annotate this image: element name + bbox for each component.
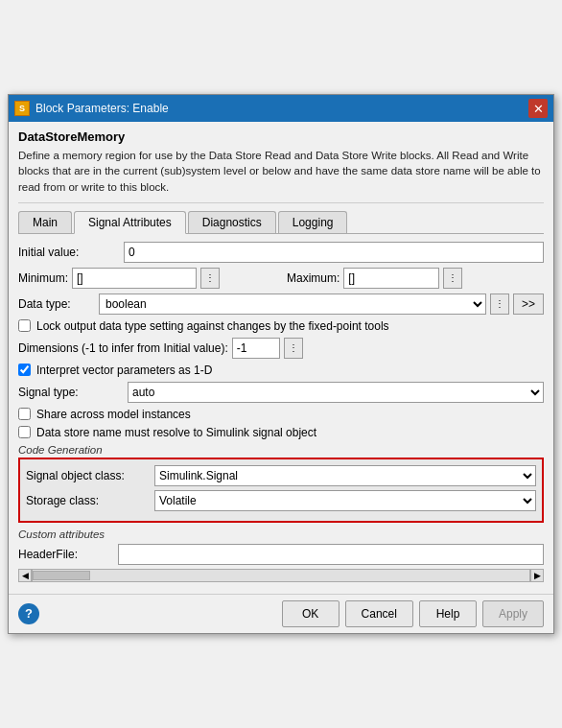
scroll-left-button[interactable]: ◀ [18,569,32,582]
data-store-name-checkbox[interactable] [18,426,31,438]
storage-class-label: Storage class: [26,494,151,507]
header-file-input[interactable] [118,544,544,565]
min-max-row: Minimum: ⋮ Maximum: ⋮ [18,268,544,289]
maximum-label: Maximum: [287,271,340,285]
tab-logging[interactable]: Logging [278,211,348,233]
signal-type-select[interactable]: auto real complex [128,382,544,403]
scrollbar-thumb [33,571,90,580]
tab-diagnostics[interactable]: Diagnostics [188,211,276,233]
scroll-right-button[interactable]: ▶ [530,569,544,582]
block-type: DataStoreMemory [18,129,544,144]
horizontal-scrollbar[interactable] [32,569,530,582]
bottom-buttons: OK Cancel Help Apply [282,600,544,627]
data-type-row: Data type: boolean double single int8 ui… [18,294,544,315]
storage-class-row: Storage class: Volatile Auto Default Exp… [26,490,536,511]
min-section: Minimum: ⋮ [18,268,275,289]
dimensions-row: Dimensions (-1 to infer from Initial val… [18,338,544,359]
share-across-label: Share across model instances [36,408,191,421]
dimensions-label: Dimensions (-1 to infer from Initial val… [18,341,228,355]
apply-button[interactable]: Apply [482,600,544,627]
maximum-options-button[interactable]: ⋮ [443,268,462,289]
initial-value-input[interactable] [124,242,544,263]
signal-object-class-label: Signal object class: [26,469,151,482]
tab-main[interactable]: Main [18,211,72,233]
minimum-options-button[interactable]: ⋮ [200,268,220,289]
header-file-label: HeaderFile: [18,548,114,561]
dimensions-input[interactable] [232,338,280,359]
help-button[interactable]: Help [419,600,477,627]
main-content: DataStoreMemory Define a memory region f… [9,122,553,593]
tabs-bar: Main Signal Attributes Diagnostics Loggi… [18,211,544,234]
data-store-name-row: Data store name must resolve to Simulink… [18,426,544,439]
data-type-label: Data type: [18,297,95,311]
title-bar: S Block Parameters: Enable ✕ [9,95,553,122]
window-title: Block Parameters: Enable [35,102,169,115]
code-gen-header: Code Generation [18,444,544,456]
lock-output-checkbox[interactable] [18,319,31,332]
help-icon[interactable]: ? [18,603,39,624]
header-file-row: HeaderFile: [18,544,544,565]
initial-value-label: Initial value: [18,246,124,259]
cancel-button[interactable]: Cancel [345,600,413,627]
custom-attributes-title: Custom attributes [18,528,544,540]
interpret-vector-label: Interpret vector parameters as 1-D [36,364,212,377]
main-window: S Block Parameters: Enable ✕ DataStoreMe… [8,94,554,633]
custom-attributes-section: Custom attributes HeaderFile: [18,528,544,565]
signal-object-class-row: Signal object class: Simulink.Signal [26,465,536,486]
lock-output-label: Lock output data type setting against ch… [36,319,389,333]
block-description: Define a memory region for use by the Da… [18,148,544,202]
data-type-select[interactable]: boolean double single int8 uint8 int16 u… [99,294,486,315]
lock-output-row: Lock output data type setting against ch… [18,319,544,333]
minimum-input[interactable] [72,268,197,289]
share-across-checkbox[interactable] [18,408,31,420]
scrollbar-area: ◀ ▶ [18,569,544,582]
title-bar-left: S Block Parameters: Enable [14,101,169,116]
code-gen-section: Signal object class: Simulink.Signal Sto… [18,458,544,523]
close-button[interactable]: ✕ [528,99,548,118]
tab-signal-attributes[interactable]: Signal Attributes [74,211,186,234]
storage-class-select[interactable]: Volatile Auto Default ExportedGlobal Imp… [154,490,536,511]
maximum-input[interactable] [343,268,439,289]
bottom-bar: ? OK Cancel Help Apply [9,594,553,633]
signal-object-class-select[interactable]: Simulink.Signal [154,465,536,486]
interpret-vector-checkbox[interactable] [18,364,31,376]
ok-button[interactable]: OK [282,600,340,627]
interpret-vector-row: Interpret vector parameters as 1-D [18,364,544,377]
data-store-name-label: Data store name must resolve to Simulink… [36,426,316,439]
max-section: Maximum: ⋮ [287,268,544,289]
dimensions-options-button[interactable]: ⋮ [284,338,303,359]
signal-type-label: Signal type: [18,386,124,399]
initial-value-row: Initial value: [18,242,544,263]
share-across-row: Share across model instances [18,408,544,421]
data-type-arrow-button[interactable]: >> [513,294,544,315]
window-icon: S [14,101,30,116]
minimum-label: Minimum: [18,271,68,285]
signal-type-row: Signal type: auto real complex [18,382,544,403]
data-type-options-button[interactable]: ⋮ [490,294,509,315]
